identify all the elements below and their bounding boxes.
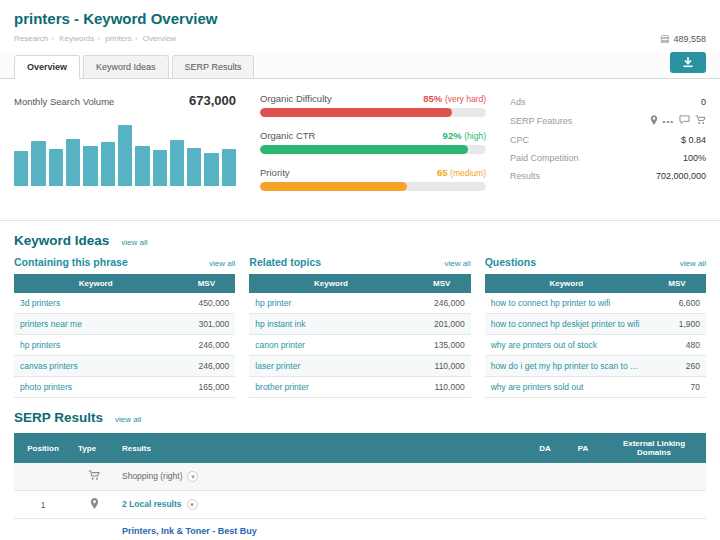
serp-column-type: Type — [72, 433, 116, 463]
breadcrumb-research[interactable]: Research — [14, 34, 48, 43]
organic-ctr-gauge: Organic CTR 92% (high) — [260, 130, 486, 154]
msv-bar — [118, 125, 132, 186]
keyword-link[interactable]: canon printer — [249, 335, 412, 356]
keyword-link[interactable]: hp instant ink — [249, 314, 412, 335]
keyword-ideas-title: Keyword Ideas — [14, 233, 109, 248]
column-header-msv: MSV — [413, 274, 471, 293]
msv-bar — [135, 146, 149, 186]
expand-caret-icon[interactable]: ▾ — [187, 471, 198, 482]
download-button[interactable] — [670, 52, 706, 73]
keyword-link[interactable]: canvas printers — [14, 356, 177, 377]
breadcrumb-separator: › — [97, 34, 100, 43]
related-topics-view-all-link[interactable]: view all — [444, 259, 470, 268]
serp-result-title-link[interactable]: Printers, Ink & Toner - Best Buy — [122, 526, 520, 536]
serp-row-bestbuy: 2 ••• Printers, Ink & Toner - Best Buy h… — [14, 519, 706, 540]
serp-features-row: SERP Features ••• — [510, 111, 706, 131]
keyword-link[interactable]: 3d printers — [14, 293, 177, 314]
keyword-row: canon printer135,000 — [249, 335, 470, 356]
msv-cell: 110,000 — [413, 356, 471, 377]
keyword-link[interactable]: how to connect hp printer to wifi — [485, 293, 648, 314]
breadcrumb-keywords[interactable]: Keywords — [59, 34, 94, 43]
tab-overview[interactable]: Overview — [14, 55, 80, 79]
msv-bar — [153, 150, 167, 186]
serp-eld — [602, 463, 706, 491]
questions-view-all-link[interactable]: view all — [680, 259, 706, 268]
serp-row-local-results: 1 2 Local results▾ — [14, 491, 706, 519]
tab-serp-results[interactable]: SERP Results — [172, 55, 255, 78]
organic-ctr-fill — [260, 145, 468, 154]
msv-bar — [66, 139, 80, 186]
msv-cell: 246,000 — [177, 356, 235, 377]
breadcrumb: Research› Keywords› printers› Overview — [14, 34, 179, 43]
keyword-link[interactable]: why are printers sold out — [485, 377, 648, 398]
keyword-link[interactable]: laser printer — [249, 356, 412, 377]
serp-pa — [564, 491, 602, 519]
column-header-keyword: Keyword — [485, 274, 648, 293]
results-label: Results — [510, 171, 540, 181]
organic-ctr-value: 92% (high) — [443, 130, 486, 141]
keyword-link[interactable]: how to connect hp deskjet printer to wif… — [485, 314, 648, 335]
priority-track — [260, 182, 486, 191]
shopping-cart-icon — [88, 473, 100, 483]
msv-cell: 260 — [648, 356, 706, 377]
containing-phrase-view-all-link[interactable]: view all — [209, 259, 235, 268]
serp-column-da: DA — [526, 433, 564, 463]
msv-bar — [83, 146, 97, 186]
expand-caret-icon[interactable]: ▾ — [187, 499, 198, 510]
column-header-msv: MSV — [648, 274, 706, 293]
organic-difficulty-label: Organic Difficulty — [260, 93, 332, 104]
keyword-link[interactable]: printers near me — [14, 314, 177, 335]
serp-local-results-link[interactable]: 2 Local results — [122, 499, 182, 509]
breadcrumb-separator: › — [51, 34, 54, 43]
keyword-row: brother printer110,000 — [249, 377, 470, 398]
related-topics-block: Related topics view all Keyword MSV hp p… — [249, 256, 470, 398]
breadcrumb-printers[interactable]: printers — [105, 34, 132, 43]
related-topics-table: Keyword MSV hp printer246,000hp instant … — [249, 274, 470, 398]
keyword-ideas-view-all-link[interactable]: view all — [121, 238, 147, 247]
page: printers - Keyword Overview Research› Ke… — [0, 0, 720, 540]
report-icon: ▤ — [660, 33, 669, 44]
keyword-link[interactable]: hp printers — [14, 335, 177, 356]
tab-bar: Overview Keyword Ideas SERP Results — [0, 52, 720, 79]
msv-cell: 1,900 — [648, 314, 706, 335]
column-header-msv: MSV — [177, 274, 235, 293]
serp-eld — [602, 491, 706, 519]
keyword-link[interactable]: why are printers out of stock — [485, 335, 648, 356]
serp-position: 1 — [14, 491, 72, 519]
cpc-label: CPC — [510, 135, 529, 145]
msv-cell: 6,600 — [648, 293, 706, 314]
serp-column-pa: PA — [564, 433, 602, 463]
keyword-row: how to connect hp deskjet printer to wif… — [485, 314, 706, 335]
keyword-link[interactable]: brother printer — [249, 377, 412, 398]
keyword-link[interactable]: hp printer — [249, 293, 412, 314]
gauges-block: Organic Difficulty 85% (very hard) Organ… — [256, 93, 490, 204]
msv-bar — [49, 149, 63, 186]
msv-cell: 301,000 — [177, 314, 235, 335]
tab-keyword-ideas[interactable]: Keyword Ideas — [83, 55, 169, 78]
msv-bar — [31, 141, 45, 186]
serp-row-shopping: Shopping (right)▾ — [14, 463, 706, 491]
keyword-row: laser printer110,000 — [249, 356, 470, 377]
serp-results-view-all-link[interactable]: view all — [115, 415, 141, 424]
msv-cell: 246,000 — [413, 293, 471, 314]
serp-stats-block: Ads 0 SERP Features ••• CPC $ 0.84 Paid … — [510, 93, 706, 204]
paid-competition-value: 100% — [683, 153, 706, 163]
results-value: 702,000,000 — [656, 171, 706, 181]
msv-cell: 450,000 — [177, 293, 235, 314]
keyword-link[interactable]: photo printers — [14, 377, 177, 398]
priority-label: Priority — [260, 167, 290, 178]
msv-cell: 70 — [648, 377, 706, 398]
chat-bubble-icon — [679, 115, 690, 127]
credits-count: 489,558 — [673, 34, 706, 44]
keyword-row: how to connect hp printer to wifi6,600 — [485, 293, 706, 314]
msv-bar — [204, 153, 218, 186]
breadcrumb-overview: Overview — [143, 34, 176, 43]
serp-da — [526, 491, 564, 519]
priority-gauge: Priority 65 (medium) — [260, 167, 486, 191]
keyword-row: photo printers165,000 — [14, 377, 235, 398]
ads-label: Ads — [510, 97, 526, 107]
priority-fill — [260, 182, 407, 191]
keyword-link[interactable]: how do i get my hp printer to scan to my… — [485, 356, 648, 377]
credits-badge: ▤ 489,558 — [660, 33, 706, 44]
location-pin-icon — [650, 115, 658, 127]
